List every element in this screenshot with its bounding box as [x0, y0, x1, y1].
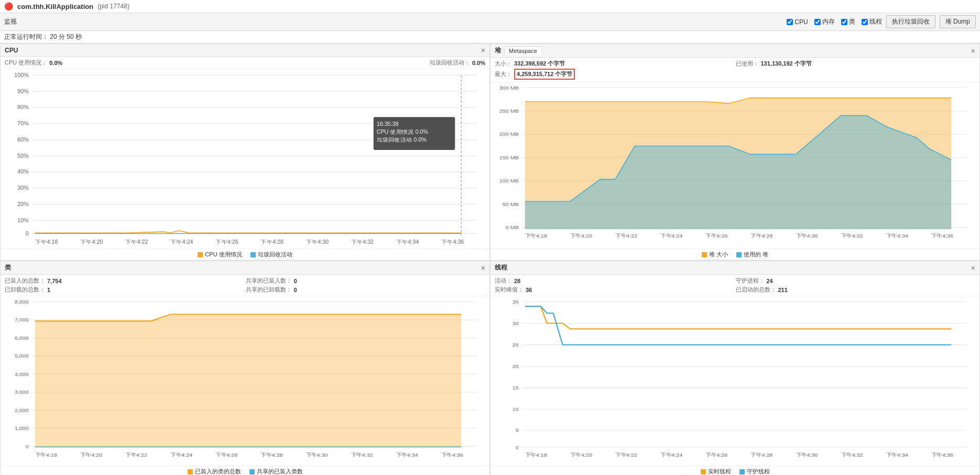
svg-text:50%: 50%: [17, 153, 29, 159]
class-panel-close[interactable]: ×: [481, 264, 485, 272]
svg-text:300 MB: 300 MB: [499, 85, 519, 90]
thread-panel-close[interactable]: ×: [971, 264, 975, 272]
thread-total-started-label: 已启动的总数：: [736, 286, 776, 294]
cpu-panel-stats: CPU 使用情况： 0.0% 垃圾回收活动： 0.0%: [1, 57, 489, 69]
heap-used-stat: 已使用： 131,130,192 个字节: [736, 60, 976, 68]
memory-checkbox[interactable]: [814, 19, 821, 25]
svg-text:CPU 使用情况  0.0%: CPU 使用情况 0.0%: [377, 128, 428, 135]
heap-used-label: 已使用：: [736, 60, 759, 68]
svg-text:下午4:18: 下午4:18: [35, 239, 58, 245]
app-pid: (pid 17748): [97, 3, 129, 10]
svg-text:90%: 90%: [17, 88, 29, 94]
heap-legend-size: 堆 大小: [702, 251, 728, 258]
heap-legend-used-label: 使用的 堆: [744, 251, 768, 258]
cpu-legend-gc: 垃圾回收活动: [251, 251, 292, 258]
svg-text:下午4:30: 下午4:30: [796, 233, 818, 238]
cpu-chart-svg: 100% 90% 80% 70% 60% 50% 40% 30% 20% 10%…: [1, 69, 489, 249]
toolbar: 监视 CPU 内存 类 线程 执行垃圾回收 堆 Dump: [0, 13, 980, 31]
svg-text:下午4:22: 下午4:22: [615, 452, 637, 457]
cpu-usage-value: 0.0%: [49, 60, 62, 66]
svg-text:下午4:32: 下午4:32: [841, 233, 863, 238]
thread-active-value: 28: [514, 278, 520, 284]
svg-text:下午4:22: 下午4:22: [615, 233, 637, 238]
thread-chart-svg: 35 30 25 20 15 10 5 0 下午4:18 下午4:20 下午4:…: [491, 296, 979, 466]
monitor-label: 监视: [4, 17, 17, 26]
svg-text:0 MB: 0 MB: [506, 225, 519, 230]
app-icon: 🔴: [4, 2, 13, 10]
gc-button[interactable]: 执行垃圾回收: [886, 15, 935, 28]
class-checkbox-label[interactable]: 类: [841, 17, 855, 26]
cpu-legend-cpu-label: CPU 使用情况: [205, 251, 242, 258]
cpu-panel-title: CPU: [5, 47, 18, 54]
heap-chart-legend: 堆 大小 使用的 堆: [491, 249, 979, 260]
svg-text:下午4:36: 下午4:36: [931, 452, 953, 457]
class-chart-area: 8,000 7,000 6,000 5,000 4,000 3,000 2,00…: [1, 296, 489, 466]
svg-text:2,000: 2,000: [15, 407, 29, 413]
cpu-chart-legend: CPU 使用情况 垃圾回收活动: [1, 249, 489, 260]
heap-legend-size-dot: [702, 252, 707, 257]
thread-active-stat: 活动： 28: [495, 277, 735, 285]
svg-text:0: 0: [26, 444, 29, 449]
class-shared-unloaded-label: 共享的已卸载数：: [246, 286, 292, 294]
class-legend-total-label: 已装入的类的总数: [195, 468, 241, 475]
svg-text:35: 35: [513, 299, 519, 304]
svg-text:下午4:20: 下午4:20: [570, 452, 592, 457]
class-panel-title: 类: [5, 263, 11, 272]
class-shared-unloaded-stat: 共享的已卸载数： 0: [246, 286, 486, 294]
thread-checkbox[interactable]: [862, 19, 868, 25]
cpu-panel-header: CPU ×: [1, 44, 489, 57]
class-total-loaded-stat: 已装入的总数： 7,754: [5, 277, 245, 285]
svg-text:100%: 100%: [14, 72, 28, 78]
memory-checkbox-label[interactable]: 内存: [814, 17, 835, 26]
svg-text:5,000: 5,000: [15, 353, 29, 359]
svg-text:下午4:26: 下午4:26: [215, 239, 238, 245]
heap-panel-title: 堆: [495, 46, 501, 55]
thread-legend-daemon-dot: [739, 469, 745, 474]
cpu-checkbox[interactable]: [787, 19, 793, 25]
uptime-label: 正常运行时间：: [4, 33, 48, 40]
cpu-panel-close[interactable]: ×: [481, 47, 485, 54]
thread-legend-live-label: 实时线程: [708, 468, 731, 475]
svg-text:0: 0: [516, 445, 519, 450]
svg-text:6,000: 6,000: [15, 335, 29, 340]
uptime-bar: 正常运行时间： 20 分 50 秒: [0, 31, 980, 44]
heap-panel-close[interactable]: ×: [971, 47, 975, 55]
thread-peak-value: 36: [526, 287, 532, 293]
svg-text:下午4:36: 下午4:36: [931, 233, 953, 238]
svg-text:80%: 80%: [17, 104, 29, 111]
heap-max-label: 最大：: [495, 70, 512, 78]
cpu-panel: CPU × CPU 使用情况： 0.0% 垃圾回收活动： 0.0%: [0, 44, 490, 261]
thread-checkbox-label[interactable]: 线程: [862, 17, 882, 26]
app-title: com.thh.KillApplication: [17, 3, 93, 10]
cpu-checkbox-label[interactable]: CPU: [787, 18, 808, 26]
svg-text:下午4:36: 下午4:36: [441, 452, 463, 457]
svg-text:下午4:22: 下午4:22: [125, 239, 148, 245]
heap-dump-button[interactable]: 堆 Dump: [940, 15, 976, 28]
heap-legend-used-dot: [736, 252, 742, 257]
svg-text:下午4:24: 下午4:24: [170, 239, 193, 245]
gc-activity-value: 0.0%: [472, 60, 485, 66]
class-checkbox[interactable]: [841, 19, 847, 25]
main-grid: CPU × CPU 使用情况： 0.0% 垃圾回收活动： 0.0%: [0, 44, 980, 475]
svg-text:下午4:34: 下午4:34: [886, 233, 908, 238]
svg-text:25: 25: [513, 342, 519, 347]
svg-text:下午4:28: 下午4:28: [750, 452, 772, 457]
thread-panel: 线程 × 活动： 28 守护进程： 24 实时峰值： 36 已启动的总数： 21…: [490, 261, 980, 475]
class-legend-shared-dot: [249, 469, 255, 474]
gc-activity-label: 垃圾回收活动：: [430, 59, 470, 67]
heap-size-label: 大小：: [495, 60, 512, 68]
thread-total-started-stat: 已启动的总数： 211: [736, 286, 976, 294]
thread-legend-daemon: 守护线程: [739, 468, 770, 475]
svg-text:下午4:18: 下午4:18: [35, 452, 57, 457]
heap-legend-used: 使用的 堆: [736, 251, 768, 258]
svg-text:30: 30: [513, 320, 519, 326]
cpu-legend-gc-dot: [251, 252, 256, 257]
svg-text:下午4:32: 下午4:32: [841, 452, 863, 457]
uptime-value: 20 分 50 秒: [50, 33, 82, 40]
heap-metaspace-tab[interactable]: Metaspace: [504, 46, 542, 55]
svg-text:40%: 40%: [17, 169, 29, 175]
svg-text:下午4:28: 下午4:28: [750, 233, 772, 238]
svg-text:下午4:18: 下午4:18: [525, 233, 547, 238]
class-total-loaded-label: 已装入的总数：: [5, 277, 45, 285]
thread-peak-label: 实时峰值：: [495, 286, 524, 294]
